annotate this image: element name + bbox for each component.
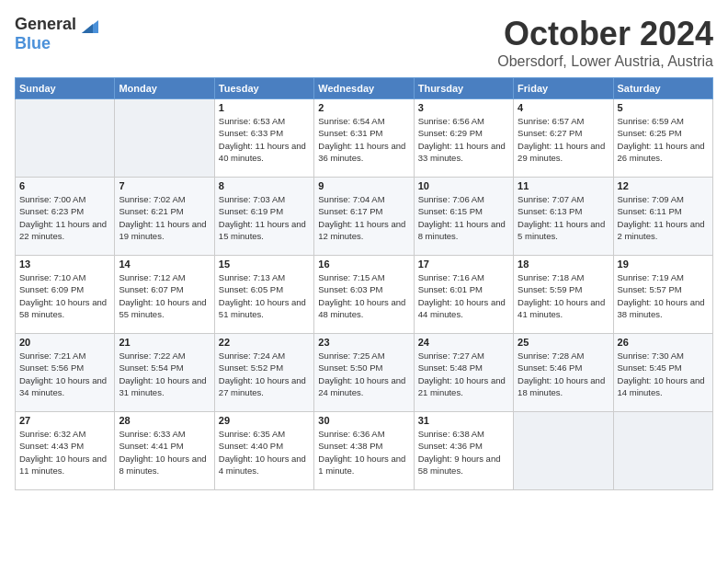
calendar-cell: 19Sunrise: 7:19 AM Sunset: 5:57 PM Dayli… (613, 256, 712, 334)
calendar-cell: 20Sunrise: 7:21 AM Sunset: 5:56 PM Dayli… (16, 334, 115, 412)
weekday-header: Saturday (613, 78, 712, 99)
day-info: Sunrise: 7:06 AM Sunset: 6:15 PM Dayligh… (418, 193, 509, 242)
calendar-cell: 23Sunrise: 7:25 AM Sunset: 5:50 PM Dayli… (314, 334, 414, 412)
calendar-cell: 25Sunrise: 7:28 AM Sunset: 5:46 PM Dayli… (514, 334, 613, 412)
calendar-cell (16, 99, 115, 178)
day-info: Sunrise: 7:18 AM Sunset: 5:59 PM Dayligh… (518, 271, 609, 320)
day-number: 16 (318, 259, 409, 270)
calendar-cell: 24Sunrise: 7:27 AM Sunset: 5:48 PM Dayli… (414, 334, 513, 412)
day-number: 17 (418, 259, 509, 270)
day-number: 10 (418, 180, 509, 191)
day-number: 11 (518, 180, 609, 191)
calendar-cell: 6Sunrise: 7:00 AM Sunset: 6:23 PM Daylig… (16, 178, 115, 256)
title-area: October 2024 Obersdorf, Lower Austria, A… (497, 15, 713, 70)
day-info: Sunrise: 7:04 AM Sunset: 6:17 PM Dayligh… (318, 193, 409, 242)
day-info: Sunrise: 7:13 AM Sunset: 6:05 PM Dayligh… (219, 271, 310, 320)
weekday-header: Sunday (16, 78, 115, 99)
calendar-cell: 5Sunrise: 6:59 AM Sunset: 6:25 PM Daylig… (613, 99, 712, 178)
day-info: Sunrise: 7:15 AM Sunset: 6:03 PM Dayligh… (318, 271, 409, 320)
day-info: Sunrise: 7:28 AM Sunset: 5:46 PM Dayligh… (518, 350, 609, 398)
logo-blue: Blue (15, 34, 51, 52)
day-number: 23 (318, 337, 409, 348)
calendar-cell: 12Sunrise: 7:09 AM Sunset: 6:11 PM Dayli… (613, 178, 712, 256)
day-number: 7 (119, 180, 210, 191)
day-info: Sunrise: 6:53 AM Sunset: 6:33 PM Dayligh… (219, 115, 310, 164)
day-info: Sunrise: 7:25 AM Sunset: 5:50 PM Dayligh… (318, 350, 409, 398)
day-number: 30 (318, 415, 409, 426)
day-number: 13 (19, 259, 110, 270)
weekday-header: Friday (514, 78, 613, 99)
day-info: Sunrise: 6:35 AM Sunset: 4:40 PM Dayligh… (219, 428, 310, 477)
calendar-cell: 17Sunrise: 7:16 AM Sunset: 6:01 PM Dayli… (414, 256, 513, 334)
day-number: 29 (219, 415, 310, 426)
day-info: Sunrise: 6:57 AM Sunset: 6:27 PM Dayligh… (518, 115, 609, 164)
calendar-cell: 10Sunrise: 7:06 AM Sunset: 6:15 PM Dayli… (414, 178, 513, 256)
day-number: 18 (518, 259, 609, 270)
day-info: Sunrise: 7:27 AM Sunset: 5:48 PM Dayligh… (418, 350, 509, 398)
calendar-cell: 7Sunrise: 7:02 AM Sunset: 6:21 PM Daylig… (115, 178, 214, 256)
day-info: Sunrise: 7:07 AM Sunset: 6:13 PM Dayligh… (518, 193, 609, 242)
day-info: Sunrise: 6:36 AM Sunset: 4:38 PM Dayligh… (318, 428, 409, 477)
weekday-header: Tuesday (214, 78, 313, 99)
logo-general: General (15, 15, 76, 34)
calendar-cell: 4Sunrise: 6:57 AM Sunset: 6:27 PM Daylig… (514, 99, 613, 178)
logo-icon (78, 17, 98, 33)
day-number: 2 (318, 102, 409, 113)
calendar-cell (613, 412, 712, 490)
day-info: Sunrise: 6:54 AM Sunset: 6:31 PM Dayligh… (318, 115, 409, 164)
calendar-cell: 21Sunrise: 7:22 AM Sunset: 5:54 PM Dayli… (115, 334, 214, 412)
day-number: 1 (219, 102, 310, 113)
logo: General Blue (15, 15, 98, 53)
day-number: 6 (19, 180, 110, 191)
day-info: Sunrise: 6:59 AM Sunset: 6:25 PM Dayligh… (618, 115, 709, 164)
calendar-week-row: 1Sunrise: 6:53 AM Sunset: 6:33 PM Daylig… (16, 99, 713, 178)
calendar-week-row: 20Sunrise: 7:21 AM Sunset: 5:56 PM Dayli… (16, 334, 713, 412)
calendar-cell: 29Sunrise: 6:35 AM Sunset: 4:40 PM Dayli… (214, 412, 313, 490)
calendar-cell (514, 412, 613, 490)
calendar-cell: 26Sunrise: 7:30 AM Sunset: 5:45 PM Dayli… (613, 334, 712, 412)
day-info: Sunrise: 7:00 AM Sunset: 6:23 PM Dayligh… (19, 193, 110, 242)
day-info: Sunrise: 6:56 AM Sunset: 6:29 PM Dayligh… (418, 115, 509, 164)
day-number: 14 (119, 259, 210, 270)
calendar-cell: 27Sunrise: 6:32 AM Sunset: 4:43 PM Dayli… (16, 412, 115, 490)
calendar-cell: 8Sunrise: 7:03 AM Sunset: 6:19 PM Daylig… (214, 178, 313, 256)
day-number: 21 (119, 337, 210, 348)
calendar-cell: 14Sunrise: 7:12 AM Sunset: 6:07 PM Dayli… (115, 256, 214, 334)
day-number: 25 (518, 337, 609, 348)
page-header: General Blue October 2024 Obersdorf, Low… (15, 15, 713, 70)
calendar-week-row: 13Sunrise: 7:10 AM Sunset: 6:09 PM Dayli… (16, 256, 713, 334)
calendar-cell: 18Sunrise: 7:18 AM Sunset: 5:59 PM Dayli… (514, 256, 613, 334)
calendar-cell: 11Sunrise: 7:07 AM Sunset: 6:13 PM Dayli… (514, 178, 613, 256)
calendar-cell: 16Sunrise: 7:15 AM Sunset: 6:03 PM Dayli… (314, 256, 414, 334)
day-number: 31 (418, 415, 509, 426)
day-info: Sunrise: 7:21 AM Sunset: 5:56 PM Dayligh… (19, 350, 110, 398)
day-number: 5 (618, 102, 709, 113)
calendar-cell: 1Sunrise: 6:53 AM Sunset: 6:33 PM Daylig… (214, 99, 313, 178)
day-number: 27 (19, 415, 110, 426)
day-number: 15 (219, 259, 310, 270)
day-number: 9 (318, 180, 409, 191)
weekday-header: Monday (115, 78, 214, 99)
calendar-week-row: 27Sunrise: 6:32 AM Sunset: 4:43 PM Dayli… (16, 412, 713, 490)
day-number: 26 (618, 337, 709, 348)
day-info: Sunrise: 7:12 AM Sunset: 6:07 PM Dayligh… (119, 271, 210, 320)
day-info: Sunrise: 7:10 AM Sunset: 6:09 PM Dayligh… (19, 271, 110, 320)
svg-marker-1 (82, 24, 93, 33)
day-info: Sunrise: 7:24 AM Sunset: 5:52 PM Dayligh… (219, 350, 310, 398)
day-number: 28 (119, 415, 210, 426)
day-info: Sunrise: 7:30 AM Sunset: 5:45 PM Dayligh… (618, 350, 709, 398)
calendar-cell: 31Sunrise: 6:38 AM Sunset: 4:36 PM Dayli… (414, 412, 513, 490)
day-number: 20 (19, 337, 110, 348)
day-number: 8 (219, 180, 310, 191)
calendar-cell: 30Sunrise: 6:36 AM Sunset: 4:38 PM Dayli… (314, 412, 414, 490)
day-number: 19 (618, 259, 709, 270)
calendar-cell: 2Sunrise: 6:54 AM Sunset: 6:31 PM Daylig… (314, 99, 414, 178)
day-info: Sunrise: 6:33 AM Sunset: 4:41 PM Dayligh… (119, 428, 210, 477)
calendar-table: SundayMondayTuesdayWednesdayThursdayFrid… (15, 77, 713, 490)
day-info: Sunrise: 6:32 AM Sunset: 4:43 PM Dayligh… (19, 428, 110, 477)
calendar-cell: 22Sunrise: 7:24 AM Sunset: 5:52 PM Dayli… (214, 334, 313, 412)
day-info: Sunrise: 7:22 AM Sunset: 5:54 PM Dayligh… (119, 350, 210, 398)
day-number: 4 (518, 102, 609, 113)
calendar-cell: 3Sunrise: 6:56 AM Sunset: 6:29 PM Daylig… (414, 99, 513, 178)
location: Obersdorf, Lower Austria, Austria (497, 53, 713, 70)
